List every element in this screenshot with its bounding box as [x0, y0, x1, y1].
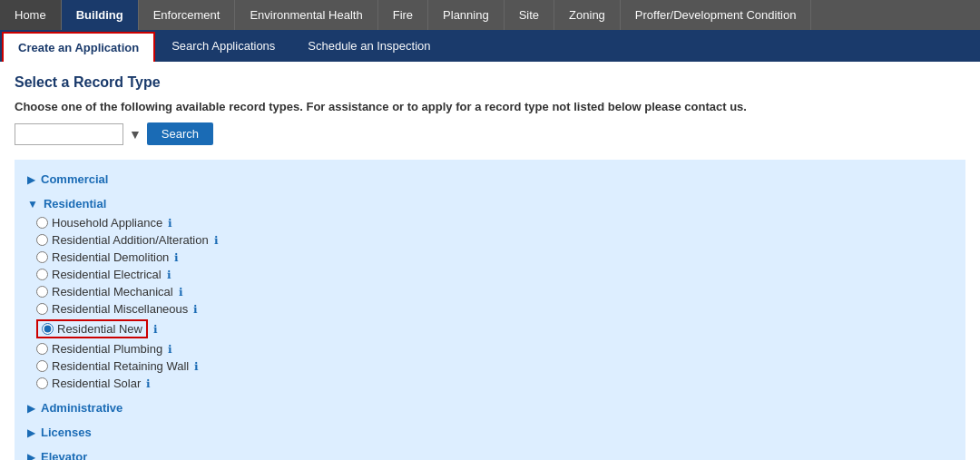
info-icon-residential-new[interactable]: ℹ — [153, 323, 158, 336]
category-label-commercial: Commercial — [41, 172, 108, 186]
info-icon-residential-electrical[interactable]: ℹ — [167, 269, 172, 281]
item-label-residential-mechanical[interactable]: Residential Mechanical — [52, 285, 173, 299]
category-row-administrative[interactable]: ▶Administrative — [27, 397, 953, 418]
item-label-residential-miscellaneous[interactable]: Residential Miscellaneous — [52, 302, 188, 316]
top-nav: HomeBuildingEnforcementEnvironmental Hea… — [0, 0, 980, 30]
top-nav-item-site[interactable]: Site — [505, 0, 554, 30]
item-label-residential-plumbing[interactable]: Residential Plumbing — [52, 342, 162, 356]
arrow-icon-licenses: ▶ — [27, 426, 35, 439]
radio-residential-miscellaneous[interactable] — [36, 303, 48, 315]
record-item-residential-solar: Residential Solarℹ — [36, 375, 953, 392]
category-row-commercial[interactable]: ▶Commercial — [27, 169, 953, 190]
selected-highlight-residential-new: Residential New — [36, 319, 148, 338]
radio-residential-retaining-wall[interactable] — [36, 360, 48, 372]
arrow-icon-elevator: ▶ — [27, 451, 35, 461]
top-nav-item-proffer[interactable]: Proffer/Development Condition — [621, 0, 812, 30]
info-icon-residential-addition[interactable]: ℹ — [214, 234, 219, 247]
sub-nav: Create an ApplicationSearch Applications… — [0, 30, 980, 62]
content-area: Select a Record Type Choose one of the f… — [0, 62, 980, 460]
item-label-residential-solar[interactable]: Residential Solar — [52, 377, 141, 390]
record-item-residential-mechanical: Residential Mechanicalℹ — [36, 283, 953, 300]
info-icon-residential-mechanical[interactable]: ℹ — [179, 286, 183, 299]
info-icon-residential-solar[interactable]: ℹ — [146, 377, 151, 390]
search-row: ▼ Search — [15, 122, 965, 145]
top-nav-item-zoning[interactable]: Zoning — [554, 0, 621, 30]
category-administrative: ▶Administrative — [27, 397, 953, 418]
top-nav-item-building[interactable]: Building — [62, 0, 139, 30]
page-title: Select a Record Type — [15, 74, 965, 91]
category-residential: ▼ResidentialHousehold ApplianceℹResident… — [27, 193, 953, 392]
radio-household-appliance[interactable] — [36, 217, 48, 229]
item-label-residential-retaining-wall[interactable]: Residential Retaining Wall — [52, 359, 189, 373]
top-nav-item-enforcement[interactable]: Enforcement — [139, 0, 236, 30]
info-icon-residential-miscellaneous[interactable]: ℹ — [193, 303, 198, 316]
search-button[interactable]: Search — [147, 122, 213, 145]
record-item-residential-new: Residential Newℹ — [36, 318, 953, 340]
record-item-residential-retaining-wall: Residential Retaining Wallℹ — [36, 357, 953, 375]
info-icon-residential-retaining-wall[interactable]: ℹ — [194, 360, 199, 373]
instructions: Choose one of the following available re… — [15, 100, 965, 113]
record-item-residential-demolition: Residential Demolitionℹ — [36, 249, 953, 266]
record-item-residential-electrical: Residential Electricalℹ — [36, 266, 953, 283]
top-nav-item-fire[interactable]: Fire — [378, 0, 428, 30]
radio-residential-demolition[interactable] — [36, 251, 48, 263]
item-label-residential-new[interactable]: Residential New — [57, 322, 142, 336]
record-item-residential-miscellaneous: Residential Miscellaneousℹ — [36, 300, 953, 318]
category-row-residential[interactable]: ▼Residential — [27, 193, 953, 214]
item-label-residential-addition[interactable]: Residential Addition/Alteration — [52, 233, 209, 247]
top-nav-item-environmental-health[interactable]: Environmental Health — [235, 0, 377, 30]
category-row-elevator[interactable]: ▶Elevator — [27, 446, 953, 460]
item-label-residential-demolition[interactable]: Residential Demolition — [52, 250, 169, 264]
record-items-residential: Household ApplianceℹResidential Addition… — [27, 214, 953, 392]
top-nav-item-home[interactable]: Home — [0, 0, 62, 30]
radio-residential-addition[interactable] — [36, 234, 48, 246]
record-area: ▶Commercial▼ResidentialHousehold Applian… — [15, 160, 965, 460]
radio-residential-plumbing[interactable] — [36, 343, 48, 355]
record-item-residential-plumbing: Residential Plumbingℹ — [36, 340, 953, 357]
item-label-household-appliance[interactable]: Household Appliance — [52, 216, 162, 230]
top-nav-item-planning[interactable]: Planning — [428, 0, 505, 30]
info-icon-residential-demolition[interactable]: ℹ — [174, 251, 179, 264]
info-icon-household-appliance[interactable]: ℹ — [168, 217, 172, 230]
radio-residential-new[interactable] — [42, 323, 54, 335]
arrow-icon-residential: ▼ — [27, 198, 38, 210]
category-row-licenses[interactable]: ▶Licenses — [27, 422, 953, 443]
instructions-rest: For assistance or to apply for a record … — [306, 100, 746, 113]
category-label-elevator: Elevator — [41, 450, 87, 460]
item-label-residential-electrical[interactable]: Residential Electrical — [52, 268, 162, 281]
filter-icon[interactable]: ▼ — [129, 127, 142, 142]
record-item-residential-addition: Residential Addition/Alterationℹ — [36, 231, 953, 249]
instructions-bold: Choose one of the following available re… — [15, 100, 303, 113]
category-licenses: ▶Licenses — [27, 422, 953, 443]
category-label-residential: Residential — [44, 197, 106, 210]
category-elevator: ▶Elevator — [27, 446, 953, 460]
info-icon-residential-plumbing[interactable]: ℹ — [168, 343, 172, 356]
search-input[interactable] — [15, 123, 123, 145]
radio-residential-solar[interactable] — [36, 377, 48, 389]
record-item-household-appliance: Household Applianceℹ — [36, 214, 953, 231]
radio-residential-mechanical[interactable] — [36, 286, 48, 298]
radio-residential-electrical[interactable] — [36, 269, 48, 280]
sub-nav-item-search[interactable]: Search Applications — [155, 30, 291, 62]
category-label-licenses: Licenses — [41, 426, 92, 439]
category-commercial: ▶Commercial — [27, 169, 953, 190]
sub-nav-item-schedule[interactable]: Schedule an Inspection — [291, 30, 446, 62]
arrow-icon-administrative: ▶ — [27, 402, 35, 415]
category-label-administrative: Administrative — [41, 401, 122, 415]
arrow-icon-commercial: ▶ — [27, 173, 35, 186]
sub-nav-item-create[interactable]: Create an Application — [2, 32, 155, 62]
